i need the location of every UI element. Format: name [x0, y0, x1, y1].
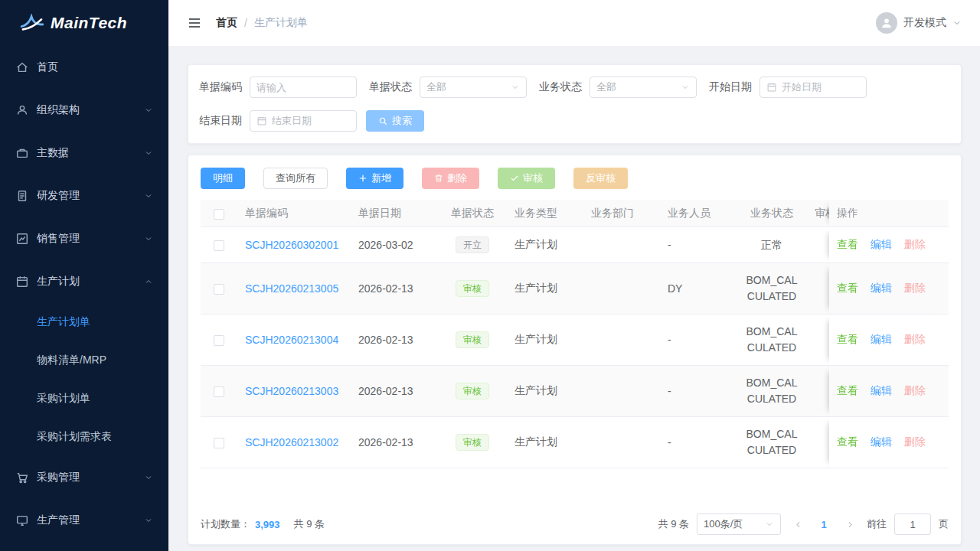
delete-link[interactable]: 删除	[904, 333, 926, 345]
view-link[interactable]: 查看	[837, 435, 858, 448]
page-size-select[interactable]: 100条/页	[697, 514, 781, 535]
sidebar-item-label: 主数据	[37, 146, 144, 160]
delete-link[interactable]: 删除	[904, 384, 926, 396]
doc-code-label: 单据编码	[196, 80, 242, 94]
edit-link[interactable]: 编辑	[871, 282, 892, 294]
sidebar-item-label: 研发管理	[37, 189, 144, 203]
sidebar-subitem-label: 采购计划需求表	[37, 430, 112, 444]
chevron-down-icon	[144, 516, 153, 525]
home-icon	[15, 60, 29, 74]
doc-code-link[interactable]: SCJH20260213002	[245, 436, 343, 448]
sidebar: MainTech 首页 组织架构 主数据 研发管理	[0, 0, 168, 551]
edit-link[interactable]: 编辑	[871, 384, 892, 396]
cell-biz-person: -	[660, 366, 737, 417]
delete-link[interactable]: 删除	[904, 238, 926, 250]
user-icon	[15, 103, 29, 117]
start-date-input[interactable]: 开始日期	[760, 77, 867, 98]
goto-page-input[interactable]	[894, 514, 931, 535]
search-button[interactable]: 搜索	[366, 110, 424, 132]
doc-code-input[interactable]	[250, 77, 357, 98]
sidebar-item-organization[interactable]: 组织架构	[0, 89, 168, 132]
detail-button[interactable]: 明细	[201, 168, 245, 189]
row-checkbox[interactable]	[214, 335, 224, 346]
pagination: 共 9 条 100条/页 1 前往 页	[658, 514, 949, 535]
row-checkbox[interactable]	[214, 438, 224, 448]
next-page-button[interactable]	[841, 514, 859, 535]
doc-code-link[interactable]: SCJH20260213004	[245, 334, 343, 346]
sidebar-item-label: 销售管理	[37, 232, 144, 246]
sidebar-item-production-plan[interactable]: 生产计划	[0, 260, 168, 303]
sidebar-item-rd-management[interactable]: 研发管理	[0, 174, 168, 217]
doc-code-link[interactable]: SCJH20260213003	[245, 385, 343, 397]
delete-button[interactable]: 删除	[422, 168, 479, 189]
main-area: 首页 / 生产计划单 开发模式 单据编码	[168, 0, 980, 551]
delete-link[interactable]: 删除	[904, 435, 926, 448]
cell-biz-status: BOM_CALCULATED	[737, 417, 807, 468]
cell-doc-date: 2026-02-13	[351, 263, 438, 315]
user-menu-label: 开发模式	[903, 16, 946, 30]
sidebar-subitem-bom-mrp[interactable]: 物料清单/MRP	[0, 341, 168, 380]
select-all-checkbox[interactable]	[214, 209, 224, 220]
view-link[interactable]: 查看	[837, 238, 858, 250]
cell-biz-type: 生产计划	[507, 366, 583, 417]
sidebar-item-production-management[interactable]: 生产管理	[0, 499, 168, 542]
user-menu[interactable]: 开发模式	[876, 12, 962, 34]
cell-biz-type: 生产计划	[507, 417, 583, 468]
edit-link[interactable]: 编辑	[871, 238, 892, 250]
audit-button[interactable]: 审核	[498, 168, 555, 189]
sidebar-subitem-production-plan-doc[interactable]: 生产计划单	[0, 303, 168, 341]
row-checkbox[interactable]	[214, 386, 224, 397]
row-checkbox[interactable]	[214, 240, 224, 251]
biz-status-select[interactable]: 全部	[590, 77, 697, 98]
hamburger-menu-icon[interactable]	[187, 15, 202, 31]
prev-page-button[interactable]	[789, 514, 807, 535]
cell-doc-date: 2026-02-13	[351, 366, 438, 417]
header-biz-status: 业务状态	[737, 200, 807, 227]
doc-code-link[interactable]: SCJH20260302001	[245, 239, 343, 251]
breadcrumb-home[interactable]: 首页	[216, 16, 237, 30]
data-table: 单据编码 单据日期 单据状态 业务类型 业务部门 业务人员 业务状态 审核 操作	[201, 200, 949, 503]
plan-qty-value: 3,993	[255, 519, 280, 530]
add-button[interactable]: 新增	[346, 168, 403, 189]
chevron-down-icon	[765, 520, 774, 529]
sidebar-item-label: 首页	[37, 60, 153, 74]
search-icon	[378, 116, 388, 126]
cell-biz-status: 正常	[737, 227, 807, 263]
sidebar-item-label: 采购管理	[37, 471, 144, 484]
delete-link[interactable]: 删除	[904, 282, 926, 294]
table-row: SCJH20260302001 2026-03-02 开立 生产计划 - 正常 …	[201, 227, 949, 263]
edit-link[interactable]: 编辑	[871, 333, 892, 345]
query-all-button[interactable]: 查询所有	[263, 168, 328, 189]
calendar-icon	[15, 275, 29, 289]
cell-doc-date: 2026-03-02	[351, 227, 438, 263]
sidebar-item-home[interactable]: 首页	[0, 46, 168, 89]
sidebar-item-master-data[interactable]: 主数据	[0, 132, 168, 174]
page-size-value: 100条/页	[704, 517, 743, 531]
view-link[interactable]: 查看	[837, 282, 858, 294]
view-link[interactable]: 查看	[837, 333, 858, 345]
calendar-icon	[256, 116, 267, 126]
sidebar-item-purchasing-management[interactable]: 采购管理	[0, 456, 168, 499]
cell-biz-status: BOM_CALCULATED	[737, 263, 807, 315]
sidebar-subitem-label: 生产计划单	[37, 315, 90, 329]
view-link[interactable]: 查看	[837, 384, 858, 396]
doc-code-link[interactable]: SCJH20260213005	[245, 282, 343, 295]
sidebar-item-sales-management[interactable]: 销售管理	[0, 217, 168, 260]
chevron-down-icon	[144, 191, 153, 201]
doc-status-select[interactable]: 全部	[420, 77, 527, 98]
cell-biz-dept	[583, 315, 660, 366]
row-checkbox[interactable]	[214, 284, 224, 295]
sidebar-subitem-purchase-plan-doc[interactable]: 采购计划单	[0, 380, 168, 418]
header-doc-code: 单据编码	[237, 200, 351, 227]
cell-biz-person: -	[660, 315, 737, 366]
content: 单据编码 单据状态 全部 业务状态 全部	[168, 46, 980, 551]
page-number[interactable]: 1	[815, 519, 833, 530]
table-row: SCJH20260213003 2026-02-13 审核 生产计划 - BOM…	[201, 366, 949, 417]
cell-biz-type: 生产计划	[507, 315, 583, 366]
edit-link[interactable]: 编辑	[871, 435, 892, 448]
chevron-down-icon	[144, 234, 153, 243]
unaudit-button[interactable]: 反审核	[573, 168, 628, 189]
sidebar-subitem-purchase-plan-demand[interactable]: 采购计划需求表	[0, 418, 168, 456]
end-date-input[interactable]: 结束日期	[250, 110, 357, 132]
briefcase-icon	[15, 146, 29, 160]
